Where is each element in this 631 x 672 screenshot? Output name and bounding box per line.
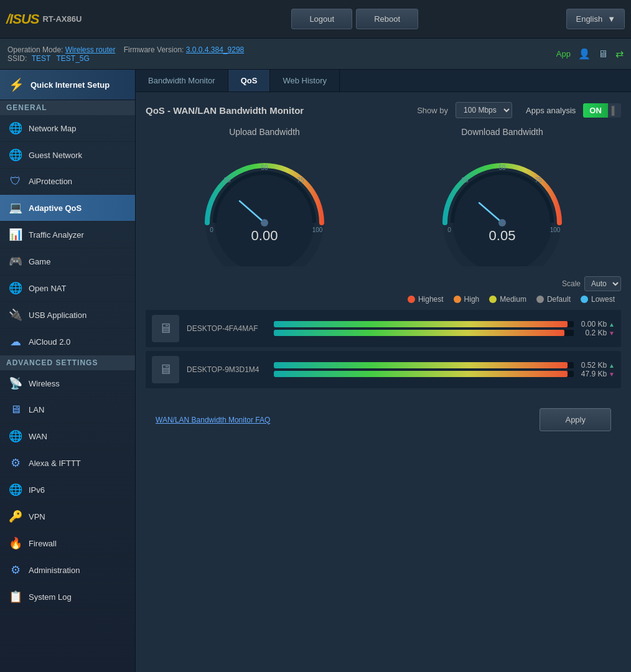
legend-lowest: Lowest	[581, 295, 615, 304]
firmware-value[interactable]: 3.0.0.4.384_9298	[186, 45, 244, 54]
upload-value-1: 0.00 Kb ▲	[581, 320, 615, 329]
qos-header: QoS - WAN/LAN Bandwidth Monitor Show by …	[146, 102, 621, 118]
users-icon[interactable]: 👤	[578, 48, 591, 60]
scale-select[interactable]: Auto 1x 2x	[584, 276, 621, 291]
device-values-2: 0.52 Kb ▲ 47.9 Kb ▼	[581, 361, 615, 378]
faq-link[interactable]: WAN/LAN Bandwidth Monitor FAQ	[156, 416, 270, 424]
sidebar-item-firewall[interactable]: 🔥 Firewall	[0, 530, 135, 557]
sidebar-item-game[interactable]: 🎮 Game	[0, 248, 135, 275]
language-selector[interactable]: English ▼	[566, 9, 625, 29]
sidebar-label-ipv6: IPv6	[29, 485, 45, 495]
device-bars-2	[274, 362, 574, 377]
sidebar-item-open-nat[interactable]: 🌐 Open NAT	[0, 275, 135, 302]
svg-text:100: 100	[312, 226, 323, 233]
svg-point-13	[498, 219, 506, 226]
sidebar-item-ipv6[interactable]: 🌐 IPv6	[0, 477, 135, 503]
sidebar-item-quick-setup[interactable]: ⚡ Quick Internet Setup	[0, 70, 135, 100]
svg-point-3	[261, 219, 268, 226]
monitor-icon[interactable]: 🖥	[598, 49, 608, 60]
apply-button[interactable]: Apply	[540, 408, 611, 431]
svg-text:75: 75	[297, 177, 304, 184]
legend-dot-medium	[489, 296, 497, 303]
sidebar-label-firewall: Firewall	[29, 539, 57, 548]
tab-bar: Bandwidth Monitor QoS Web History	[136, 70, 631, 92]
traffic-analyzer-icon: 📊	[9, 228, 22, 241]
upload-bar-fill-1	[274, 321, 568, 327]
info-left: Operation Mode: Wireless router Firmware…	[7, 45, 244, 63]
chevron-down-icon: ▼	[607, 14, 615, 24]
app-label: App	[556, 49, 571, 58]
legend-highest: Highest	[408, 295, 444, 304]
sidebar-item-network-map[interactable]: 🌐 Network Map	[0, 115, 135, 142]
sidebar-label-guest-network: Guest Network	[29, 151, 82, 160]
download-arrow-1: ▼	[609, 330, 615, 337]
sidebar-label-adaptive-qos: Adaptive QoS	[29, 203, 82, 213]
svg-text:25: 25	[223, 177, 231, 184]
sidebar-label-aiprotection: AiProtection	[29, 177, 72, 186]
game-icon: 🎮	[9, 254, 22, 268]
tab-qos[interactable]: QoS	[228, 70, 271, 91]
legend-dot-highest	[408, 296, 415, 303]
vpn-icon: 🔑	[9, 510, 22, 523]
legend-dot-lowest	[581, 296, 588, 303]
svg-text:0: 0	[447, 226, 451, 233]
gauges-row: Upload Bandwidth	[146, 127, 621, 266]
apps-analysis-toggle[interactable]: ON ▌	[583, 103, 621, 118]
header: /ISUS RT-AX86U Logout Reboot English ▼	[0, 0, 631, 39]
reboot-button[interactable]: Reboot	[356, 9, 418, 29]
svg-text:0.00: 0.00	[251, 228, 278, 243]
sidebar-item-vpn[interactable]: 🔑 VPN	[0, 503, 135, 530]
language-label: English	[576, 14, 602, 24]
sidebar-label-aicloud: AiCloud 2.0	[29, 337, 70, 347]
wireless-icon: 📡	[9, 376, 22, 390]
sidebar-item-adaptive-qos[interactable]: 💻 Adaptive QoS	[0, 195, 135, 222]
upload-arrow-2: ▲	[609, 362, 615, 369]
router-model: RT-AX86U	[42, 14, 82, 24]
svg-text:0.05: 0.05	[489, 228, 516, 243]
ssid-value-1[interactable]: TEST	[32, 54, 50, 63]
ipv6-icon: 🌐	[9, 483, 22, 497]
aiprotection-icon: 🛡	[9, 175, 22, 188]
sidebar-item-lan[interactable]: 🖥 LAN	[0, 397, 135, 423]
upload-bar-fill-2	[274, 362, 568, 368]
upload-value-2: 0.52 Kb ▲	[581, 361, 615, 370]
sidebar-item-administration[interactable]: ⚙ Administration	[0, 557, 135, 584]
legend-high: High	[454, 295, 480, 304]
footer-row: WAN/LAN Bandwidth Monitor FAQ Apply	[146, 401, 621, 439]
legend-default: Default	[536, 295, 571, 304]
sidebar-item-wireless[interactable]: 📡 Wireless	[0, 370, 135, 397]
sidebar-section-general: General	[0, 100, 135, 115]
system-log-icon: 📋	[9, 590, 22, 604]
sidebar-item-usb-application[interactable]: 🔌 USB Application	[0, 302, 135, 329]
tab-web-history[interactable]: Web History	[270, 70, 340, 91]
sidebar-item-aicloud[interactable]: ☁ AiCloud 2.0	[0, 329, 135, 355]
legend-label-medium: Medium	[500, 295, 526, 304]
sidebar-item-system-log[interactable]: 📋 System Log	[0, 584, 135, 610]
download-arrow-2: ▼	[609, 371, 615, 378]
show-by-select[interactable]: 100 Mbps 10 Mbps 1 Gbps	[456, 102, 512, 118]
tab-bandwidth-monitor[interactable]: Bandwidth Monitor	[136, 70, 228, 91]
sidebar-item-wan[interactable]: 🌐 WAN	[0, 423, 135, 450]
device-icon-1: 🖥	[152, 315, 179, 342]
sidebar-item-guest-network[interactable]: 🌐 Guest Network	[0, 142, 135, 169]
svg-text:0: 0	[210, 226, 213, 233]
operation-mode-label: Operation Mode:	[7, 45, 63, 54]
sidebar-item-traffic-analyzer[interactable]: 📊 Traffic Analyzer	[0, 222, 135, 248]
legend-label-high: High	[464, 295, 480, 304]
sidebar-label-vpn: VPN	[29, 512, 45, 521]
qos-title: QoS - WAN/LAN Bandwidth Monitor	[146, 105, 304, 116]
upload-bar-1	[274, 321, 574, 327]
share-icon[interactable]: ⇄	[615, 48, 624, 60]
asus-logo: /ISUS	[6, 11, 39, 27]
sidebar-label-usb-application: USB Application	[29, 310, 86, 320]
logout-button[interactable]: Logout	[291, 9, 352, 29]
upload-label: Upload Bandwidth	[190, 127, 339, 137]
sidebar-item-aiprotection[interactable]: 🛡 AiProtection	[0, 169, 135, 195]
alexa-icon: ⚙	[9, 456, 22, 470]
ssid-value-2[interactable]: TEST_5G	[56, 54, 89, 63]
sidebar-label-game: Game	[29, 257, 50, 266]
sidebar-item-alexa[interactable]: ⚙ Alexa & IFTTT	[0, 450, 135, 477]
operation-mode-value[interactable]: Wireless router	[65, 45, 116, 54]
sidebar-label-alexa: Alexa & IFTTT	[29, 459, 81, 468]
header-buttons: Logout Reboot	[143, 9, 566, 29]
